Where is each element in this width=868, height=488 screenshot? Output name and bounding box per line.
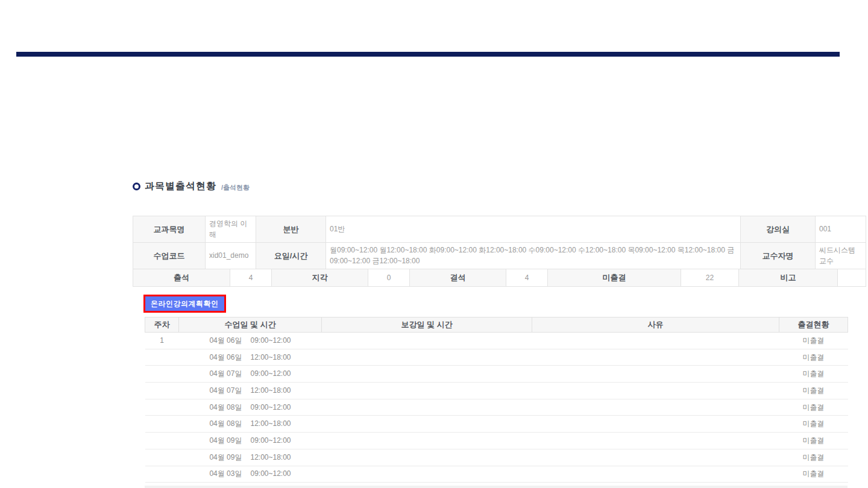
absent-label: 결석 [410, 269, 506, 287]
remarks-value [838, 269, 866, 287]
reason-cell [532, 366, 779, 383]
class-date: 04월 06일 [209, 336, 242, 345]
class-time: 09:00~12:00 [250, 403, 291, 411]
class-datetime-cell: 04월 08일09:00~12:00 [179, 399, 322, 416]
attendance-row: 04월 07일09:00~12:00미출결 [145, 366, 848, 383]
class-datetime-header: 수업일 및 시간 [179, 318, 322, 333]
class-code-label: 수업코드 [133, 243, 206, 269]
late-count: 0 [368, 269, 410, 287]
course-info-row-2: 수업코드 xid01_demo 요일/시간 월09:00~12:00 월12:0… [133, 243, 866, 269]
status-cell: 미출결 [779, 416, 848, 433]
attendance-table-body: 104월 06일09:00~12:00미출결04월 06일12:00~18:00… [145, 333, 848, 488]
class-date: 04월 03일 [209, 469, 242, 478]
top-navy-bar [16, 52, 840, 57]
status-header: 출결현황 [779, 318, 848, 333]
course-info-row-1: 교과목명 경영학의 이해 분반 01반 강의실 001 [133, 216, 866, 243]
class-datetime-cell: 04월 07일09:00~12:00 [179, 366, 322, 383]
makeup-datetime-cell [322, 399, 532, 416]
week-header: 주차 [145, 318, 179, 333]
makeup-datetime-cell [322, 383, 532, 399]
reason-cell [532, 399, 779, 416]
class-time: 09:00~12:00 [250, 436, 291, 445]
page-title: 과목별출석현황 [145, 180, 216, 193]
online-lecture-plan-button[interactable]: 온라인강의계획확인 [143, 295, 226, 313]
reason-cell [532, 416, 779, 433]
class-time: 12:00~18:00 [250, 353, 291, 361]
attendance-row: 04월 06일12:00~18:00미출결 [145, 349, 848, 366]
attendance-row: 04월 03일09:00~12:00미출결 [145, 466, 848, 483]
late-label: 지각 [272, 269, 368, 287]
title-bullet-icon [133, 183, 140, 190]
makeup-datetime-cell [322, 333, 532, 349]
section-value: 01반 [326, 216, 741, 243]
attendance-row: 04월 09일12:00~18:00미출결 [145, 449, 848, 466]
day-time-label: 요일/시간 [256, 243, 326, 269]
status-cell: 미출결 [779, 466, 848, 483]
class-datetime-cell: 04월 09일12:00~18:00 [179, 449, 322, 466]
class-time: 09:00~12:00 [250, 369, 291, 378]
class-time: 12:00~18:00 [250, 386, 291, 395]
makeup-datetime-cell [322, 349, 532, 366]
week-cell [145, 466, 179, 483]
classroom-value: 001 [816, 216, 866, 243]
class-time: 12:00~18:00 [250, 419, 291, 428]
attendance-summary-table: 출석 4 지각 0 결석 4 미출결 22 비고 [133, 269, 866, 287]
attendance-row: 04월 08일09:00~12:00미출결 [145, 399, 848, 416]
absent-count: 4 [506, 269, 548, 287]
status-cell: 미출결 [779, 349, 848, 366]
status-cell: 미출결 [779, 366, 848, 383]
class-time: 09:00~12:00 [250, 469, 291, 478]
class-date: 04월 09일 [209, 436, 242, 445]
week-cell [145, 383, 179, 399]
attendance-row: 104월 06일09:00~12:00미출결 [145, 333, 848, 349]
status-cell: 미출결 [779, 433, 848, 449]
class-datetime-cell: 04월 03일09:00~12:00 [179, 466, 322, 483]
week-cell [145, 399, 179, 416]
course-name-value: 경영학의 이해 [206, 216, 256, 243]
page-title-row: 과목별출석현황 /출석현황 [133, 180, 250, 193]
class-time: 09:00~12:00 [250, 336, 291, 345]
class-datetime-cell: 04월 09일09:00~12:00 [179, 433, 322, 449]
reason-cell [532, 383, 779, 399]
unrecorded-label: 미출결 [548, 269, 681, 287]
makeup-datetime-cell [322, 366, 532, 383]
page-subtitle: /출석현황 [221, 181, 250, 192]
class-date: 04월 09일 [209, 453, 242, 461]
attendance-header-row: 주차 수업일 및 시간 보강일 및 시간 사유 출결현황 [145, 318, 848, 333]
week-cell: 1 [145, 333, 179, 349]
makeup-datetime-cell [322, 466, 532, 483]
reason-cell [532, 433, 779, 449]
class-date: 04월 07일 [209, 369, 242, 378]
class-date: 04월 07일 [209, 386, 242, 395]
day-time-value: 월09:00~12:00 월12:00~18:00 화09:00~12:00 화… [326, 243, 741, 269]
class-datetime-cell: 04월 08일12:00~18:00 [179, 416, 322, 433]
status-cell: 미출결 [779, 449, 848, 466]
reason-cell [532, 349, 779, 366]
class-date: 04월 08일 [209, 419, 242, 428]
reason-cell [532, 449, 779, 466]
present-label: 출석 [133, 269, 230, 287]
professor-label: 교수자명 [741, 243, 816, 269]
class-datetime-cell: 04월 07일12:00~18:00 [179, 383, 322, 399]
status-cell: 미출결 [779, 333, 848, 349]
week-cell [145, 449, 179, 466]
makeup-datetime-header: 보강일 및 시간 [322, 318, 532, 333]
remarks-label: 비고 [739, 269, 838, 287]
reason-header: 사유 [532, 318, 779, 333]
class-date: 04월 06일 [209, 353, 242, 361]
week-cell [145, 433, 179, 449]
class-code-value: xid01_demo [206, 243, 256, 269]
attendance-row: 04월 07일12:00~18:00미출결 [145, 383, 848, 399]
attendance-row: 04월 08일12:00~18:00미출결 [145, 416, 848, 433]
course-name-label: 교과목명 [133, 216, 206, 243]
makeup-datetime-cell [322, 433, 532, 449]
class-datetime-cell: 04월 06일12:00~18:00 [179, 349, 322, 366]
class-datetime-cell: 04월 06일09:00~12:00 [179, 333, 322, 349]
attendance-summary-row: 출석 4 지각 0 결석 4 미출결 22 비고 [133, 269, 866, 287]
class-date: 04월 08일 [209, 403, 242, 411]
section-label: 분반 [256, 216, 326, 243]
course-info-table: 교과목명 경영학의 이해 분반 01반 강의실 001 수업코드 xid01_d… [133, 216, 866, 269]
class-time: 12:00~18:00 [250, 453, 291, 461]
classroom-label: 강의실 [741, 216, 816, 243]
attendance-detail-table: 주차 수업일 및 시간 보강일 및 시간 사유 출결현황 104월 06일09:… [145, 317, 848, 488]
